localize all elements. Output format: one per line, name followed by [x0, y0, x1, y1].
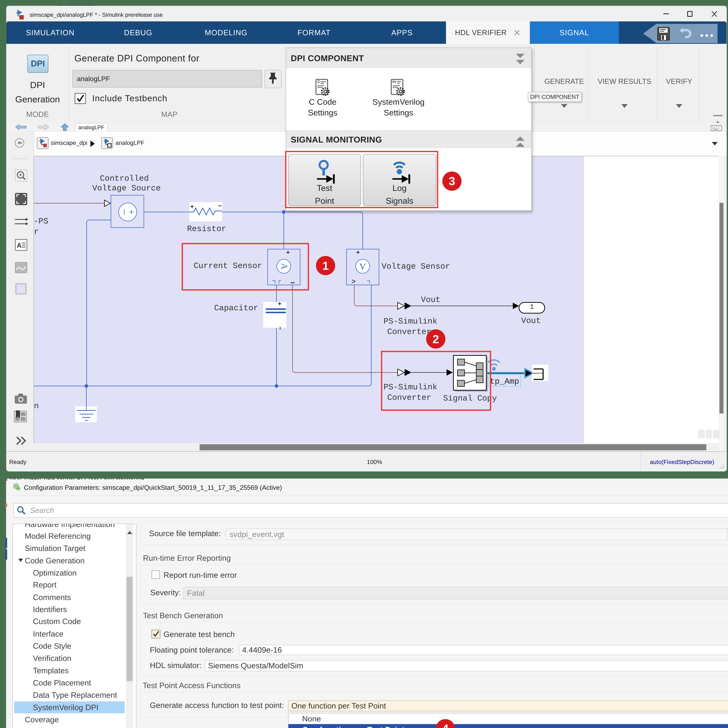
svg-text:>: > [351, 278, 356, 286]
svg-text:Converter: Converter [387, 393, 431, 402]
svg-text:Current Sensor: Current Sensor [194, 261, 262, 271]
svg-text:-PS: -PS [34, 217, 48, 226]
svg-text:Capacitor: Capacitor [214, 303, 258, 313]
svg-text:2: 2 [433, 333, 439, 346]
svg-text:Signal Copy: Signal Copy [443, 394, 497, 403]
svg-text:Resistor: Resistor [187, 224, 226, 234]
svg-text:Voltage Source: Voltage Source [92, 184, 161, 193]
svg-text:n: n [34, 401, 39, 411]
svg-text:5V: 5V [392, 80, 396, 84]
svg-text:A: A [280, 263, 289, 269]
svg-text:V: V [359, 262, 366, 271]
svg-text:PS-Simulink: PS-Simulink [384, 382, 437, 392]
svg-text:Controlled: Controlled [100, 174, 149, 183]
svg-text:A: A [17, 242, 21, 249]
svg-text:Vout: Vout [421, 295, 440, 304]
svg-text:C: C [317, 80, 320, 84]
svg-text:tp_Amp: tp_Amp [490, 377, 519, 386]
svg-text:Converter: Converter [387, 327, 431, 336]
svg-text:Vout: Vout [521, 316, 541, 326]
svg-text:PS-Simulink: PS-Simulink [384, 317, 437, 326]
svg-text:Voltage Sensor: Voltage Sensor [382, 262, 450, 271]
svg-text:r: r [34, 227, 39, 237]
svg-text:1: 1 [322, 259, 329, 272]
svg-text:1: 1 [530, 303, 534, 311]
